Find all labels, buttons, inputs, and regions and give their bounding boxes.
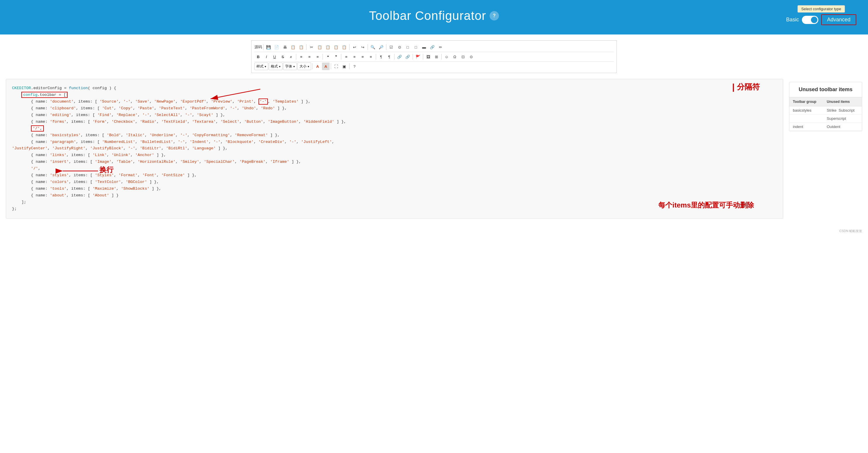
tb-justifyleft[interactable]: ≡ xyxy=(342,53,350,61)
select-type-tooltip: Select configurator type xyxy=(798,5,845,12)
tb-sep2 xyxy=(306,44,307,50)
tb-checkbox[interactable]: ☑ xyxy=(388,43,395,51)
tb-indent[interactable]: ≡ xyxy=(314,53,321,61)
tb-numberedlist[interactable]: ≡ xyxy=(298,53,305,61)
tb-about[interactable]: ? xyxy=(351,63,358,70)
tb-styles-dropdown[interactable]: 样式 xyxy=(254,63,268,70)
tb-unlink[interactable]: 🔗 xyxy=(404,53,411,61)
tb-radio[interactable]: ⊙ xyxy=(396,43,403,51)
code-line-4: { name: 'clipboard', items: [ 'Cut', 'Co… xyxy=(12,105,777,112)
toolbar-row-1: 源码 💾 📄 🖶 📋 📋 ✂ 📋 📋 📋 📋 ↩ ↪ 🔍 🔎 ☑ ⊙ □ □ ▬ xyxy=(254,42,614,52)
code-line-14: { name: 'styles', items: [ 'Styles', 'Fo… xyxy=(12,172,777,179)
tb-preview[interactable]: 📋 xyxy=(298,43,305,51)
tb-export[interactable]: 📋 xyxy=(289,43,297,51)
code-line-17: { name: 'about', items: [ 'About' ] } xyxy=(12,192,777,199)
tb-bidirtl[interactable]: ¶ xyxy=(385,53,393,61)
code-line-6: { name: 'forms', items: [ 'Form', 'Check… xyxy=(12,119,777,125)
tb-justifyblock[interactable]: ≡ xyxy=(367,53,375,61)
tb-anchor[interactable]: 🚩 xyxy=(414,53,422,61)
tb-sep3 xyxy=(349,44,349,50)
code-line-16: { name: 'tools', items: [ 'Maximize', 'S… xyxy=(12,186,777,192)
tb-bidiltr[interactable]: ¶ xyxy=(377,53,385,61)
tb-textarea[interactable]: □ xyxy=(412,43,420,51)
tb-pastefromword[interactable]: 📋 xyxy=(340,43,348,51)
tb-textfield[interactable]: □ xyxy=(404,43,411,51)
tb-pastetext[interactable]: 📋 xyxy=(332,43,340,51)
sidebar-card: Unused toolbar items Toolbar group Unuse… xyxy=(789,82,862,131)
footer-text: CSDN 帖帖发发 xyxy=(839,229,862,233)
toolbar-preview: 源码 💾 📄 🖶 📋 📋 ✂ 📋 📋 📋 📋 ↩ ↪ 🔍 🔎 ☑ ⊙ □ □ ▬ xyxy=(251,40,617,73)
tb-cut[interactable]: ✂ xyxy=(308,43,315,51)
tb-blockquote[interactable]: ❝ xyxy=(324,53,332,61)
tb-redo[interactable]: ↪ xyxy=(359,43,367,51)
tb-justifyright[interactable]: ≡ xyxy=(359,53,367,61)
tb-print[interactable]: 🖶 xyxy=(281,43,289,51)
tb-underline[interactable]: U xyxy=(271,53,278,61)
tb-smiley[interactable]: ☺ xyxy=(443,53,451,61)
tb-sep16 xyxy=(349,63,349,69)
tb-removeformat[interactable]: 𝒙 xyxy=(287,53,295,61)
sidebar-title: Unused toolbar items xyxy=(789,82,862,97)
col-toolbar-group: Toolbar group xyxy=(789,97,823,106)
tb-bgcolor[interactable]: A xyxy=(322,63,330,70)
toolbar-row-2: B I U S̶ 𝒙 ≡ ≡ ≡ ❝ ❞ ≡ ≡ ≡ ≡ ¶ ¶ 🔗 🔗 🚩 xyxy=(254,52,614,62)
tb-select[interactable]: ▬ xyxy=(420,43,428,51)
tb-bold[interactable]: B xyxy=(254,53,262,61)
tb-newpage[interactable]: 📄 xyxy=(273,43,280,51)
group-empty xyxy=(789,115,823,123)
tb-imagebutton[interactable]: ✏ xyxy=(437,43,444,51)
tb-specialchar[interactable]: Ω xyxy=(451,53,459,61)
code-line-10: 'JustifyCenter', 'JustifyRight', 'Justif… xyxy=(12,145,777,152)
sidebar-table: Toolbar group Unused items basicstyles S… xyxy=(789,97,862,131)
tb-save[interactable]: 💾 xyxy=(265,43,272,51)
tb-pagebreak[interactable]: ⊡ xyxy=(459,53,467,61)
tb-replace[interactable]: 🔎 xyxy=(377,43,385,51)
tb-sep9 xyxy=(376,54,376,60)
tb-find[interactable]: 🔍 xyxy=(369,43,377,51)
table-row: Superscript xyxy=(789,115,862,123)
separator-annotation: | 分隔符 xyxy=(732,82,760,92)
footer: CSDN 帖帖发发 xyxy=(0,227,868,235)
code-line-1: CKEDITOR.editorConfig = function( config… xyxy=(12,85,777,92)
header: Toolbar Configurator ? Select configurat… xyxy=(0,0,868,34)
code-line-9: { name: 'paragraph', items: [ 'NumberedL… xyxy=(12,139,777,145)
mode-toggle-row: Basic Advanced xyxy=(786,14,856,25)
tb-sep6 xyxy=(296,54,296,60)
toolbar-row-3: 样式 格式 字体 大小 A A ⛶ ▣ ? xyxy=(254,62,614,71)
tb-format-dropdown[interactable]: 格式 xyxy=(269,63,282,70)
tb-undo[interactable]: ↩ xyxy=(351,43,358,51)
sidebar-table-header: Toolbar group Unused items xyxy=(789,97,862,106)
tb-image[interactable]: 🖼 xyxy=(424,53,432,61)
tb-sep14 xyxy=(312,63,313,69)
tb-italic[interactable]: I xyxy=(262,53,270,61)
tb-creatediv[interactable]: ❞ xyxy=(332,53,340,61)
tb-sep10 xyxy=(394,54,395,60)
tb-copy[interactable]: 📋 xyxy=(316,43,323,51)
tb-source[interactable]: 源码 xyxy=(254,43,262,51)
main-content: CKEDITOR.editorConfig = function( config… xyxy=(0,79,868,227)
group-indent: indent xyxy=(789,123,823,131)
mode-toggle[interactable] xyxy=(802,16,818,24)
tb-table[interactable]: ⊞ xyxy=(433,53,440,61)
tb-strike[interactable]: S̶ xyxy=(279,53,287,61)
tb-button[interactable]: 🔗 xyxy=(429,43,436,51)
tb-paste[interactable]: 📋 xyxy=(324,43,332,51)
tb-showblocks[interactable]: ▣ xyxy=(340,63,348,70)
tb-sep11 xyxy=(413,54,413,60)
col-unused-items: Unused items xyxy=(823,97,862,106)
tb-sep7 xyxy=(322,54,323,60)
tb-font-dropdown[interactable]: 字体 xyxy=(283,63,297,70)
code-line-7: '/', xyxy=(12,125,777,132)
help-icon[interactable]: ? xyxy=(490,11,499,21)
group-basicstyles: basicstyles xyxy=(789,106,823,115)
tb-bulletedlist[interactable]: ≡ xyxy=(306,53,313,61)
tb-textcolor[interactable]: A xyxy=(314,63,321,70)
tb-iframe[interactable]: ⊙ xyxy=(467,53,475,61)
tb-sep5 xyxy=(386,44,386,50)
tb-link[interactable]: 🔗 xyxy=(396,53,403,61)
code-area-wrapper: CKEDITOR.editorConfig = function( config… xyxy=(6,79,783,219)
tb-fontsize-dropdown[interactable]: 大小 xyxy=(298,63,311,70)
tb-maximize[interactable]: ⛶ xyxy=(332,63,340,70)
tb-justifycenter[interactable]: ≡ xyxy=(351,53,358,61)
tb-sep13 xyxy=(441,54,442,60)
